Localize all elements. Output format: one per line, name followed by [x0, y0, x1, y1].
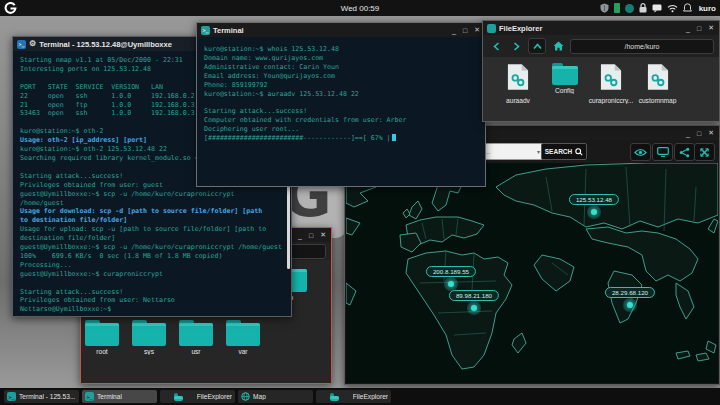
home-explorer-titlebar[interactable]: FileExplorer _ □ ✕: [483, 21, 719, 35]
chevron-down-icon: ▾: [537, 148, 540, 155]
terminal-icon: >_: [201, 26, 210, 35]
item-label: Config: [542, 87, 588, 94]
back-button[interactable]: [488, 39, 504, 53]
terminal-line: Privileges obtained from user: Nettarso: [20, 296, 285, 305]
taskbar-item-fileexplorer[interactable]: FileExplorer: [316, 390, 391, 403]
terminal-line: guest@Uymillboxxe:~$ scp -u /home/kuro/c…: [20, 243, 285, 252]
terminal-line: [20, 279, 285, 288]
lock-icon[interactable]: [639, 3, 647, 13]
terminal-line: Email address: Youn@qurijayos.com: [204, 72, 479, 81]
terminal-icon: >_: [17, 40, 26, 49]
maximize-button[interactable]: □: [697, 130, 701, 137]
terminal-mid-titlebar[interactable]: >_ Terminal _ □ ✕: [197, 23, 485, 37]
chat-icon[interactable]: [652, 4, 662, 13]
minimize-button[interactable]: _: [298, 232, 302, 239]
folder-item[interactable]: sys: [126, 320, 172, 355]
folder-item[interactable]: Config: [542, 63, 588, 94]
world-map-svg: [346, 163, 718, 383]
close-button[interactable]: ✕: [708, 24, 714, 32]
map-search-button[interactable]: SEARCH: [541, 143, 587, 160]
taskbar-item-label: Terminal - 125.53...: [19, 393, 75, 400]
pin-ip-label: 89.98.21.180: [449, 290, 499, 301]
magnifier-icon: [575, 148, 583, 156]
taskbar-item-label: FileExplorer: [197, 393, 232, 400]
forward-button[interactable]: [508, 39, 524, 53]
cursor: [392, 134, 396, 141]
terminal-mid-window: >_ Terminal _ □ ✕ kuro@station:~$ whois …: [196, 22, 486, 187]
terminal-icon: >_: [85, 392, 94, 401]
username[interactable]: kuro: [699, 4, 716, 13]
terminal-line: Usage for download: scp -d [path to sour…: [20, 207, 285, 216]
taskbar-item-label: FileExplorer: [353, 393, 388, 400]
home-explorer-address-bar[interactable]: /home/kuro: [570, 39, 714, 54]
taskbar-item-fileexplorer[interactable]: FileExplorer: [160, 390, 235, 403]
taskbar-item-terminal[interactable]: >_Terminal - 125.53...: [4, 390, 79, 403]
folder-icon: [179, 320, 213, 346]
remote-desktop-button[interactable]: [652, 143, 673, 161]
maximize-button[interactable]: □: [697, 25, 701, 32]
eye-button[interactable]: [630, 143, 651, 161]
pin-ip-label: 200.8.189.55: [426, 266, 476, 277]
taskbar-item-map[interactable]: Map: [238, 390, 313, 403]
folder-icon: [552, 63, 578, 85]
binary-file-icon: [507, 63, 529, 91]
home-explorer-window: FileExplorer _ □ ✕ /home/kuro auraadvCon…: [482, 20, 720, 122]
chevron-left-icon: [493, 42, 500, 51]
folder-icon: [174, 393, 183, 401]
home-button[interactable]: [550, 39, 566, 53]
cross-arrows-icon: [699, 147, 710, 158]
terminal-line: Processing...: [20, 261, 285, 270]
file-item[interactable]: curaproniccry...: [588, 63, 634, 104]
up-button[interactable]: [528, 38, 546, 54]
folder-item[interactable]: var: [220, 320, 266, 355]
minimize-button[interactable]: _: [452, 27, 456, 34]
notification-bell-icon[interactable]: [683, 3, 692, 13]
network-activity-icon[interactable]: [614, 3, 620, 13]
status-dot-icon[interactable]: [625, 4, 634, 13]
chevron-right-icon: [513, 42, 520, 51]
terminal-line: to destination file/folder]: [20, 216, 285, 225]
folder-item[interactable]: usr: [173, 320, 219, 355]
connections-button[interactable]: [694, 143, 715, 161]
terminal-mid-title: Terminal: [213, 26, 244, 35]
terminal-line: [204, 98, 479, 107]
close-button[interactable]: ✕: [708, 129, 714, 137]
pin-dot-icon: [444, 277, 458, 291]
pin-ip-label: 28.29.68.120: [605, 287, 655, 298]
terminal-line: Starting attack...success!: [204, 107, 479, 116]
close-button[interactable]: ✕: [320, 231, 326, 239]
pin-ip-label: 125.53.12.48: [569, 194, 619, 205]
terminal-line: kuro@station:~$ whois 125.53.12.48: [204, 45, 479, 54]
terminal-line: Usage for upload: scp -u [path to source…: [20, 225, 285, 234]
close-button[interactable]: ✕: [474, 26, 480, 34]
taskbar-item-terminal[interactable]: >_Terminal: [82, 390, 157, 403]
terminal-mid-body[interactable]: kuro@station:~$ whois 125.53.12.48Domain…: [197, 37, 485, 186]
item-label: sys: [126, 348, 172, 355]
file-item[interactable]: auraadv: [495, 63, 541, 104]
folder-app-icon: [487, 24, 496, 33]
maximize-button[interactable]: □: [309, 232, 313, 239]
folder-item[interactable]: root: [79, 320, 125, 355]
maximize-button[interactable]: □: [463, 27, 467, 34]
terminal-line: guest@Uymillboxxe:~$ scp -u /home/kuro/c…: [20, 190, 285, 199]
terminal-line: guest@Uymillboxxe:~$ curaproniccrypt: [20, 270, 285, 279]
minimize-button[interactable]: _: [686, 130, 690, 137]
desktop: G ☉ Map _ □ ✕ Address... ▾ SEARCH: [0, 0, 720, 405]
share-icon: [679, 147, 690, 158]
pin-dot-icon: [467, 301, 481, 315]
item-label: root: [79, 348, 125, 355]
shield-icon[interactable]: [600, 3, 609, 13]
share-button[interactable]: [674, 143, 695, 161]
terminal-line: Administrative contact: Carin Youn: [204, 63, 479, 72]
wifi-icon[interactable]: [667, 4, 678, 13]
taskbar: >_Terminal - 125.53...>_TerminalFileExpl…: [0, 388, 720, 405]
taskbar-item-label: Map: [253, 393, 266, 400]
terminal-left-title: Terminal - 125.53.12.48@Uymillboxxe: [39, 40, 172, 49]
gear-icon[interactable]: ⚙: [29, 40, 36, 48]
world-map[interactable]: 125.53.12.48200.8.189.5589.98.21.18028.2…: [346, 163, 718, 383]
item-label: var: [220, 348, 266, 355]
minimize-button[interactable]: _: [686, 25, 690, 32]
file-item[interactable]: customnmap: [635, 63, 681, 104]
terminal-line: Starting attack...success!: [20, 288, 285, 297]
eye-icon: [634, 148, 647, 157]
